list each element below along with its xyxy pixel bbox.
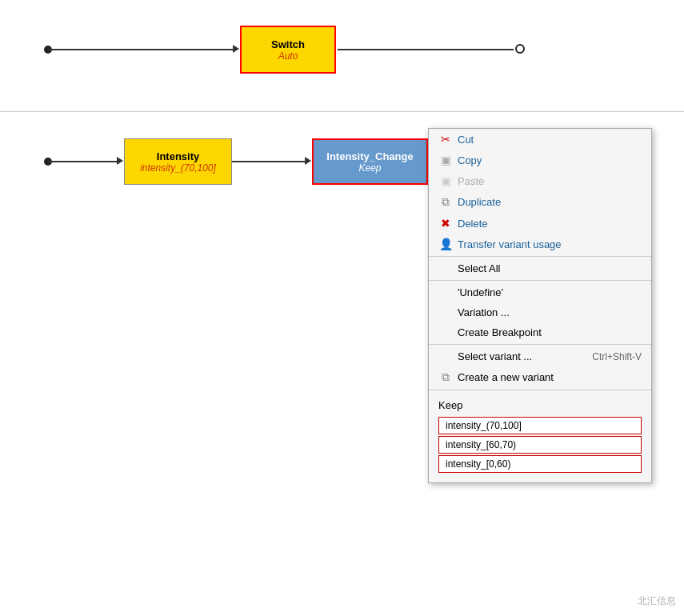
menu-label-create-variant: Create a new variant (458, 371, 554, 383)
divider-3 (429, 344, 651, 345)
menu-label-copy: Copy (458, 154, 482, 166)
bottom-diagram-section: Intensity intensity_(70,100] Intensity_C… (0, 112, 684, 616)
switch-node-subtitle: Auto (278, 50, 298, 62)
intensity-node[interactable]: Intensity intensity_(70,100] (124, 138, 232, 185)
menu-label-variation: Variation ... (458, 306, 510, 318)
duplicate-icon: ⧉ (438, 195, 453, 209)
menu-item-create-breakpoint[interactable]: Create Breakpoint (429, 322, 651, 342)
intensity-change-title: Intensity_Change (326, 150, 413, 162)
menu-label-undefine: 'Undefine' (458, 286, 503, 298)
intensity-node-subtitle: intensity_(70,100] (140, 162, 216, 174)
line-right-top (338, 49, 514, 50)
menu-item-delete[interactable]: ✖ Delete (429, 213, 651, 234)
menu-item-cut[interactable]: ✂ Cut (429, 129, 651, 150)
right-dot-top (515, 44, 525, 54)
menu-label-create-breakpoint: Create Breakpoint (458, 326, 542, 338)
cut-icon: ✂ (438, 133, 453, 146)
divider-4 (429, 390, 651, 390)
menu-item-select-all[interactable]: Select All (429, 258, 651, 278)
intensity-change-node[interactable]: Intensity_Change Keep (312, 138, 428, 185)
context-menu: ✂ Cut ▣ Copy ▣ Paste ⧉ Duplicate ✖ Delet… (428, 128, 652, 483)
menu-label-transfer: Transfer variant usage (458, 238, 562, 250)
menu-item-duplicate[interactable]: ⧉ Duplicate (429, 191, 651, 213)
watermark: 北汇信息 (638, 594, 676, 608)
menu-label-paste: Paste (458, 175, 484, 187)
menu-item-copy[interactable]: ▣ Copy (429, 150, 651, 170)
menu-item-transfer[interactable]: 👤 Transfer variant usage (429, 234, 651, 254)
menu-label-duplicate: Duplicate (458, 196, 501, 208)
divider-2 (429, 280, 651, 281)
delete-icon: ✖ (438, 217, 453, 230)
intensity-node-title: Intensity (157, 150, 199, 162)
keep-section: Keep intensity_(70,100] intensity_[60,70… (429, 392, 651, 482)
arrow-into-intensity (117, 157, 123, 165)
keep-variant-0[interactable]: intensity_(70,100] (438, 417, 642, 434)
paste-icon: ▣ (438, 174, 453, 187)
top-diagram-section: Switch Auto (0, 0, 684, 112)
keep-variant-1[interactable]: intensity_[60,70) (438, 436, 642, 454)
menu-label-delete: Delete (458, 218, 488, 230)
create-variant-icon: ⧉ (438, 370, 453, 384)
keep-variant-2[interactable]: intensity_[0,60) (438, 455, 642, 473)
arrow-into-change (305, 157, 311, 165)
keep-box-container: intensity_(70,100] intensity_[60,70) int… (429, 415, 651, 479)
menu-item-paste: ▣ Paste (429, 170, 651, 191)
menu-label-select-variant: Select variant ... (458, 350, 532, 362)
menu-label-cut: Cut (458, 134, 474, 146)
divider-1 (429, 256, 651, 257)
arrow-into-switch (233, 45, 239, 53)
copy-icon: ▣ (438, 154, 453, 166)
keep-label: Keep (429, 395, 651, 415)
line-intensity-to-change (232, 161, 308, 162)
select-variant-shortcut: Ctrl+Shift-V (592, 351, 642, 362)
transfer-icon: 👤 (438, 238, 453, 250)
switch-node[interactable]: Switch Auto (240, 26, 336, 74)
menu-item-create-variant[interactable]: ⧉ Create a new variant (429, 366, 651, 388)
menu-item-variation[interactable]: Variation ... (429, 302, 651, 322)
line-to-intensity (48, 161, 120, 162)
menu-item-undefine[interactable]: 'Undefine' (429, 282, 651, 302)
line-left-top (48, 49, 236, 50)
switch-node-title: Switch (271, 38, 305, 50)
menu-label-select-all: Select All (458, 262, 500, 274)
intensity-change-subtitle: Keep (358, 162, 381, 174)
menu-item-select-variant[interactable]: Select variant ... Ctrl+Shift-V (429, 346, 651, 366)
